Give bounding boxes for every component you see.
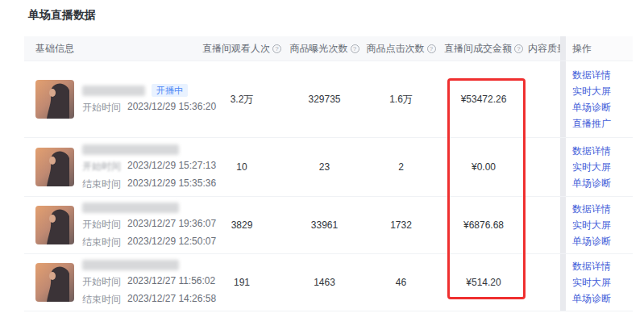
action-realtime-screen[interactable]: 实时大屏: [572, 161, 611, 174]
viewers-cell: 3.2万: [197, 61, 286, 137]
blurred-name: [82, 86, 145, 96]
start-time-label: 开始时间: [82, 218, 121, 232]
action-session-diagnosis[interactable]: 单场诊断: [572, 235, 611, 249]
clicks-cell: 1732: [363, 197, 439, 253]
clicks-cell: 2: [363, 138, 439, 196]
table-row: 开播中 开始时间 2023/12/29 15:36:20 3.2万 329735…: [24, 61, 633, 138]
blurred-name: [82, 203, 179, 213]
start-time-label: 开始时间: [82, 275, 121, 289]
viewers-cell: 10: [197, 138, 286, 196]
header-clicks: 商品点击次数?: [363, 36, 439, 61]
page-title: 单场直播数据: [28, 8, 96, 23]
action-realtime-screen[interactable]: 实时大屏: [572, 85, 611, 98]
action-realtime-screen[interactable]: 实时大屏: [572, 276, 611, 290]
avatar: [35, 148, 74, 186]
end-time: 结束时间 2023/12/29 15:35:36: [82, 178, 216, 191]
table-header-row: 基础信息 直播间观看人次? 商品曝光次数? 商品点击次数? 直播间成交金额? 内…: [24, 36, 633, 61]
header-label: 内容质量: [528, 42, 560, 56]
avatar: [35, 206, 74, 244]
actions-cell: 数据详情 实时大屏 单场诊断: [566, 138, 633, 196]
start-time: 开始时间 2023/12/27 19:36:07: [82, 218, 216, 232]
header-actions: 操作: [566, 36, 633, 61]
clipped-section-title: ▂▂▂▂▂▂: [28, 325, 105, 330]
end-time: 结束时间 2023/12/27 14:26:58: [82, 293, 216, 307]
gmv-cell: ¥53472.26: [439, 61, 528, 137]
action-data-detail[interactable]: 数据详情: [572, 203, 611, 216]
header-gmv: 直播间成交金额?: [439, 36, 528, 61]
live-badge: 开播中: [152, 84, 188, 97]
blurred-name: [82, 144, 179, 155]
info-icon[interactable]: ?: [351, 44, 359, 53]
table-row: 开始时间 2023/12/27 19:36:07 结束时间 2023/12/29…: [24, 197, 633, 254]
avatar: [35, 263, 74, 302]
table-row: 开始时间 2023/12/29 15:27:13 结束时间 2023/12/29…: [24, 138, 633, 197]
actions-cell: 数据详情 实时大屏 单场诊断: [566, 254, 633, 311]
action-session-diagnosis[interactable]: 单场诊断: [572, 101, 611, 115]
viewers-cell: 3829: [197, 197, 286, 253]
header-label: 直播间观看人次: [202, 42, 270, 56]
info-icon[interactable]: ?: [427, 44, 436, 53]
blurred-name: [82, 260, 179, 270]
header-label: 直播间成交金额: [444, 42, 512, 56]
info-icon[interactable]: ?: [514, 44, 523, 53]
header-label: 操作: [572, 42, 592, 56]
action-realtime-screen[interactable]: 实时大屏: [572, 219, 611, 232]
header-label: 基础信息: [35, 42, 74, 56]
action-session-diagnosis[interactable]: 单场诊断: [572, 292, 611, 306]
gmv-cell: ¥514.20: [439, 254, 528, 311]
content-quality-cell: [528, 197, 560, 253]
avatar: [35, 80, 74, 119]
header-basic-info: 基础信息: [24, 36, 197, 61]
live-data-page: 单场直播数据 基础信息 直播间观看人次? 商品曝光次数? 商品点击次数? 直播间…: [0, 0, 644, 330]
live-data-table: 基础信息 直播间观看人次? 商品曝光次数? 商品点击次数? 直播间成交金额? 内…: [24, 36, 633, 311]
info-icon[interactable]: ?: [272, 44, 281, 53]
action-data-detail[interactable]: 数据详情: [572, 260, 611, 274]
start-time-label: 开始时间: [82, 160, 121, 173]
start-time: 开始时间 2023/12/29 15:27:13: [82, 160, 216, 173]
header-exposures: 商品曝光次数?: [286, 36, 363, 61]
basic-info-cell: 开始时间 2023/12/27 19:36:07 结束时间 2023/12/29…: [24, 197, 197, 253]
action-live-promotion[interactable]: 直播推广: [572, 117, 611, 131]
exposures-cell: 329735: [286, 61, 363, 137]
end-time-label: 结束时间: [82, 178, 121, 191]
header-content-quality: 内容质量: [528, 36, 560, 61]
gmv-cell: ¥6876.68: [439, 197, 528, 253]
content-quality-cell: [528, 138, 560, 196]
actions-cell: 数据详情 实时大屏 单场诊断: [566, 197, 633, 253]
fixed-column-divider: [560, 138, 566, 196]
header-viewers: 直播间观看人次?: [197, 36, 286, 61]
start-time: 开始时间 2023/12/27 11:56:02: [82, 275, 216, 289]
start-time-label: 开始时间: [82, 101, 121, 115]
header-label: 商品曝光次数: [290, 42, 348, 56]
action-data-detail[interactable]: 数据详情: [572, 144, 611, 158]
content-quality-cell: [528, 254, 560, 311]
action-session-diagnosis[interactable]: 单场诊断: [572, 177, 611, 190]
exposures-cell: 33961: [286, 197, 363, 253]
fixed-column-divider: [560, 197, 566, 253]
start-time: 开始时间 2023/12/29 15:36:20: [82, 101, 216, 115]
viewers-cell: 191: [197, 254, 286, 311]
exposures-cell: 1463: [286, 254, 363, 311]
exposures-cell: 23: [286, 138, 363, 196]
gmv-cell: ¥0.00: [439, 138, 528, 196]
end-time: 结束时间 2023/12/29 12:50:07: [82, 236, 216, 249]
clicks-cell: 46: [363, 254, 439, 311]
actions-cell: 数据详情 实时大屏 单场诊断 直播推广: [566, 61, 633, 137]
end-time-label: 结束时间: [82, 293, 121, 307]
table-row: 开始时间 2023/12/27 11:56:02 结束时间 2023/12/27…: [24, 254, 633, 311]
header-label: 商品点击次数: [367, 42, 425, 56]
content-quality-cell: [528, 61, 560, 137]
basic-info-cell: 开播中 开始时间 2023/12/29 15:36:20: [24, 61, 197, 137]
fixed-column-divider: [560, 36, 566, 61]
end-time-label: 结束时间: [82, 236, 121, 249]
fixed-column-divider: [560, 61, 566, 137]
fixed-column-divider: [560, 254, 566, 311]
basic-info-cell: 开始时间 2023/12/27 11:56:02 结束时间 2023/12/27…: [24, 254, 197, 311]
basic-info-cell: 开始时间 2023/12/29 15:27:13 结束时间 2023/12/29…: [24, 138, 197, 196]
action-data-detail[interactable]: 数据详情: [572, 69, 611, 82]
clicks-cell: 1.6万: [363, 61, 439, 137]
